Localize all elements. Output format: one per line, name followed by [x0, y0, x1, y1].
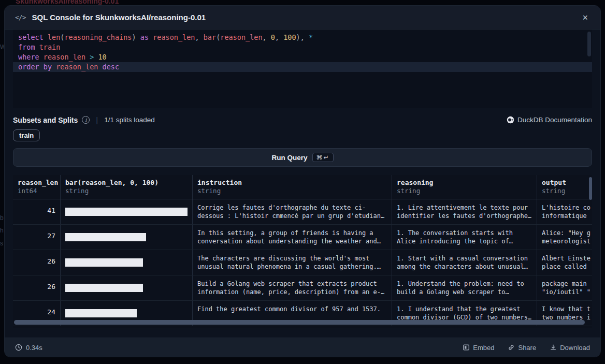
- cell-reason-len: 26: [13, 275, 60, 300]
- embed-icon: [463, 344, 470, 351]
- sql-console-modal: </> SQL Console for SkunkworksAI/reasoni…: [4, 5, 601, 357]
- cell-text-line: place called: [542, 263, 587, 271]
- background-page-title-fragment: SkunkworksAI/reasoning-0.01: [16, 0, 119, 5]
- column-header-instruction: instructionstring: [192, 175, 392, 199]
- editor-scrollbar[interactable]: [587, 32, 591, 56]
- sql-line: from train: [13, 42, 592, 52]
- cell-bar: [60, 250, 192, 275]
- background-text-fragment: b: [0, 214, 4, 222]
- cell-reasoning: 1. Start with a casual conversationamong…: [392, 250, 537, 275]
- cell-instruction: Build a Golang web scraper that extracts…: [192, 275, 392, 300]
- cell-reasoning: 1. The conversation starts withAlice int…: [392, 225, 537, 250]
- cell-instruction: Corrige les fautes d'orthographe du text…: [192, 199, 392, 224]
- table-row: 41 Corrige les fautes d'orthographe du t…: [13, 199, 592, 225]
- bar-visualization: [65, 233, 146, 241]
- split-chip-train[interactable]: train: [13, 129, 40, 141]
- sql-line: where reason_len > 10: [13, 52, 592, 62]
- table-header-row: reason_lenint64bar(reason_len, 0, 100)st…: [13, 175, 592, 199]
- duckdb-documentation-link[interactable]: DuckDB Documentation: [507, 116, 592, 124]
- cell-bar: [60, 225, 192, 250]
- sql-line: order by reason_len desc: [13, 62, 592, 72]
- cell-text-line: identifier les fautes d'orthographe…: [397, 212, 532, 220]
- cell-bar: [60, 199, 192, 224]
- cell-text-line: Corrige les fautes d'orthographe du text…: [197, 203, 387, 212]
- cell-text-line: conversation about understanding the wea…: [197, 237, 387, 245]
- cell-reason-len: 26: [13, 250, 60, 275]
- run-query-label: Run Query: [271, 154, 307, 162]
- cell-reasoning: 1. Understand the problem: need tobuild …: [392, 275, 537, 300]
- column-header-reasoning: reasoningstring: [392, 175, 537, 199]
- divider: |: [96, 115, 98, 124]
- subsets-splits-label: Subsets and Splits: [13, 116, 78, 124]
- download-button[interactable]: Download: [550, 344, 590, 352]
- share-button[interactable]: Share: [508, 344, 536, 352]
- link-icon: [508, 344, 515, 351]
- download-icon: [550, 344, 557, 351]
- cell-output: Albert Einsteplace called: [537, 250, 592, 275]
- code-icon: </>: [15, 13, 25, 21]
- cell-output: Alice: "Hey gmeteorologist: [537, 225, 592, 250]
- duckdb-documentation-label: DuckDB Documentation: [517, 116, 592, 124]
- cell-text-line: 1. Lire attentivement le texte pour: [397, 203, 532, 212]
- cell-text-line: informatique: [542, 212, 587, 220]
- run-query-button[interactable]: Run Query ⌘↵: [13, 148, 592, 167]
- close-icon[interactable]: ×: [580, 11, 590, 24]
- clock-icon: [15, 344, 22, 351]
- cell-text-line: I know that t: [542, 305, 587, 313]
- info-icon[interactable]: i: [82, 116, 90, 124]
- cell-instruction: The characters are discussing the world'…: [192, 250, 392, 275]
- cell-reasoning: 1. Lire attentivement le texte pourident…: [392, 199, 537, 224]
- cell-text-line: "io/ioutil" ": [542, 288, 587, 296]
- splits-chip-row: train: [13, 129, 592, 141]
- cell-text-line: Find the greatest common divisor of 957 …: [197, 305, 387, 313]
- duckdb-logo-icon: [507, 116, 514, 124]
- share-label: Share: [518, 344, 536, 352]
- modal-footer: 0.34s Embed Share Download: [5, 338, 600, 357]
- cell-text-line: 1. Start with a casual conversation: [397, 254, 532, 263]
- query-duration: 0.34s: [15, 344, 42, 352]
- cell-text-line: Alice introducing the topic of…: [397, 237, 532, 245]
- sql-line: select len(reasoning_chains) as reason_l…: [13, 33, 592, 42]
- bar-visualization: [65, 258, 143, 267]
- cell-text-line: meteorologist: [542, 237, 587, 245]
- table-row: 26 The characters are discussing the wor…: [13, 250, 592, 275]
- table-row: 27 In this setting, a group of friends i…: [13, 225, 592, 250]
- cell-bar: [60, 275, 192, 300]
- bar-visualization: [65, 309, 137, 317]
- column-header-bar-reason-len-0-100-: bar(reason_len, 0, 100)string: [60, 175, 192, 199]
- table-vertical-scrollbar[interactable]: [589, 177, 592, 200]
- results-table: reason_lenint64bar(reason_len, 0, 100)st…: [13, 175, 592, 328]
- embed-button[interactable]: Embed: [463, 344, 494, 352]
- cell-text-line: L'histoire co: [542, 203, 587, 212]
- cell-text-line: among the characters about unusual…: [397, 263, 532, 271]
- cell-text-line: Build a Golang web scraper that extracts…: [197, 280, 387, 288]
- background-text-fragment: h: [0, 227, 4, 234]
- background-text-fragment: s: [0, 240, 3, 247]
- table-horizontal-scrollbar[interactable]: [14, 320, 585, 325]
- cell-reason-len: 41: [13, 199, 60, 224]
- cell-text-line: build a Golang web scraper to…: [397, 288, 532, 296]
- modal-title: SQL Console for SkunkworksAI/reasoning-0…: [32, 13, 580, 22]
- cell-instruction: In this setting, a group of friends is h…: [192, 225, 392, 250]
- cell-output: package main "io/ioutil" ": [537, 275, 592, 300]
- table-row: 26 Build a Golang web scraper that extra…: [13, 275, 592, 301]
- keyboard-shortcut-badge: ⌘↵: [312, 153, 333, 162]
- cell-text-line: Albert Einste: [542, 254, 587, 263]
- subsets-meta-row: Subsets and Splits i | 1/1 splits loaded…: [13, 115, 592, 124]
- splits-loaded-status: 1/1 splits loaded: [104, 116, 155, 124]
- column-header-output: outputstring: [537, 175, 592, 199]
- cell-text-line: package main: [542, 280, 587, 288]
- cell-text-line: 1. The conversation starts with: [397, 229, 532, 237]
- cell-output: L'histoire coinformatique: [537, 199, 592, 224]
- sql-editor[interactable]: select len(reasoning_chains) as reason_l…: [13, 30, 592, 108]
- cell-text-line: unusual natural phenomena in a casual ga…: [197, 263, 387, 271]
- bar-visualization: [65, 284, 143, 292]
- download-label: Download: [560, 344, 590, 352]
- cell-text-line: information (name, price, description) f…: [197, 288, 387, 296]
- embed-label: Embed: [473, 344, 494, 352]
- bar-visualization: [65, 208, 188, 216]
- column-header-reason-len: reason_lenint64: [13, 175, 60, 199]
- cell-text-line: The characters are discussing the world'…: [197, 254, 387, 263]
- cell-text-line: dessous : L'histoir cmmencé par un grup …: [197, 212, 387, 220]
- query-duration-value: 0.34s: [26, 344, 42, 352]
